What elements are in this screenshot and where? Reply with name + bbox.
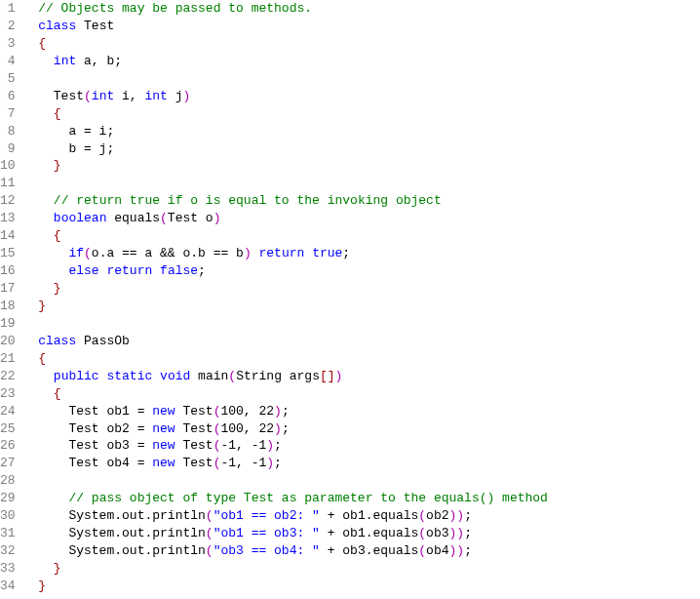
line-number: 14 xyxy=(0,227,16,245)
token-plain: Test xyxy=(175,438,214,453)
code-container: 1 2 3 4 5 6 7 8 910111213141516171819202… xyxy=(0,0,700,595)
code-line: System.out.println("ob1 == ob3: " + ob1.… xyxy=(23,525,700,542)
token-plain xyxy=(23,299,39,313)
line-number: 16 xyxy=(0,262,16,280)
token-paren: ( xyxy=(84,246,92,260)
code-line: else return false; xyxy=(23,262,700,280)
token-string: "ob1 == ob3: " xyxy=(214,526,320,540)
token-keyword: class xyxy=(38,19,76,33)
line-number: 5 xyxy=(0,70,16,88)
code-line: Test ob3 = new Test(-1, -1); xyxy=(23,437,700,455)
line-number: 34 xyxy=(0,578,16,595)
token-plain: ob3 xyxy=(426,526,448,540)
token-plain xyxy=(23,561,54,576)
token-brace: } xyxy=(54,561,61,576)
token-keyword: new xyxy=(152,421,175,436)
code-line xyxy=(23,70,700,88)
line-number: 7 xyxy=(0,105,16,123)
line-number: 6 xyxy=(0,88,16,105)
code-line: class Test xyxy=(23,18,700,35)
token-plain xyxy=(23,211,54,225)
line-number: 12 xyxy=(0,192,16,210)
token-keyword: if xyxy=(68,246,84,260)
code-line: class PassOb xyxy=(23,333,700,350)
token-plain: Test ob2 = xyxy=(23,421,153,436)
line-number: 13 xyxy=(0,210,16,227)
token-brace: { xyxy=(38,351,46,366)
token-keyword: return xyxy=(259,246,305,260)
line-number: 9 xyxy=(0,140,16,158)
token-paren: ( xyxy=(206,508,214,523)
line-number: 8 xyxy=(0,123,16,140)
token-plain: ; xyxy=(464,543,472,558)
line-number: 20 xyxy=(0,333,16,350)
token-plain xyxy=(23,19,39,33)
token-plain: ob2 xyxy=(426,508,448,523)
token-plain: ; xyxy=(342,246,350,260)
token-plain xyxy=(23,369,54,383)
code-line xyxy=(23,315,700,333)
line-number: 4 xyxy=(0,53,16,70)
line-number: 17 xyxy=(0,280,16,298)
token-plain: o.a == a && o.b == b xyxy=(92,246,244,260)
line-number: 18 xyxy=(0,298,16,315)
line-number: 24 xyxy=(0,403,16,420)
token-plain: -1, -1 xyxy=(220,438,266,453)
token-plain: ; xyxy=(274,438,282,453)
token-keyword: true xyxy=(312,246,342,260)
code-line: { xyxy=(23,385,700,403)
token-paren: ) xyxy=(182,89,190,103)
token-keyword: class xyxy=(38,334,76,348)
token-keyword: static xyxy=(106,369,152,383)
code-line: Test ob1 = new Test(100, 22); xyxy=(23,403,700,420)
token-plain xyxy=(23,158,54,173)
line-number: 1 xyxy=(0,0,16,18)
token-paren: ) xyxy=(266,438,274,453)
line-number: 28 xyxy=(0,472,16,490)
token-keyword: new xyxy=(152,438,175,453)
token-comment: // pass object of type Test as parameter… xyxy=(68,491,547,505)
code-line: // return true if o is equal to the invo… xyxy=(23,192,700,210)
token-string: "ob3 == ob4: " xyxy=(214,543,320,558)
token-plain xyxy=(23,386,54,401)
token-paren: ( xyxy=(228,369,236,383)
token-plain: ob4 xyxy=(426,543,448,558)
token-plain xyxy=(23,491,69,505)
token-keyword: int xyxy=(144,89,167,103)
line-number: 2 xyxy=(0,18,16,35)
token-plain: ; xyxy=(282,404,290,419)
token-plain xyxy=(23,281,54,296)
token-keyword: false xyxy=(160,263,198,278)
token-plain: b = j; xyxy=(23,141,115,156)
code-line: { xyxy=(23,105,700,123)
token-paren: ) xyxy=(214,211,221,225)
code-line: { xyxy=(23,227,700,245)
token-paren: ( xyxy=(418,508,426,523)
token-brace: } xyxy=(54,281,61,296)
token-keyword: void xyxy=(160,369,190,383)
token-plain: PassOb xyxy=(76,334,130,348)
token-comment: // return true if o is equal to the invo… xyxy=(54,193,442,208)
token-paren: ( xyxy=(206,543,214,558)
code-line xyxy=(23,175,700,192)
line-number: 32 xyxy=(0,542,16,560)
token-plain: Test xyxy=(175,456,214,470)
token-plain: ; xyxy=(282,421,290,436)
token-plain: ; xyxy=(198,263,206,278)
token-paren: ( xyxy=(160,211,168,225)
token-plain: Test ob1 = xyxy=(23,404,153,419)
token-plain xyxy=(252,246,259,260)
token-plain: Test ob4 = xyxy=(23,456,153,470)
line-number: 15 xyxy=(0,245,16,262)
token-keyword: int xyxy=(54,54,76,68)
token-plain xyxy=(23,1,39,16)
token-paren: ) xyxy=(274,404,282,419)
token-paren: )) xyxy=(449,508,465,523)
token-keyword: int xyxy=(92,89,114,103)
token-paren: ( xyxy=(418,526,426,540)
token-paren: ) xyxy=(274,421,282,436)
token-keyword: return xyxy=(106,263,152,278)
code-line: } xyxy=(23,560,700,578)
line-number: 33 xyxy=(0,560,16,578)
code-line: b = j; xyxy=(23,140,700,158)
